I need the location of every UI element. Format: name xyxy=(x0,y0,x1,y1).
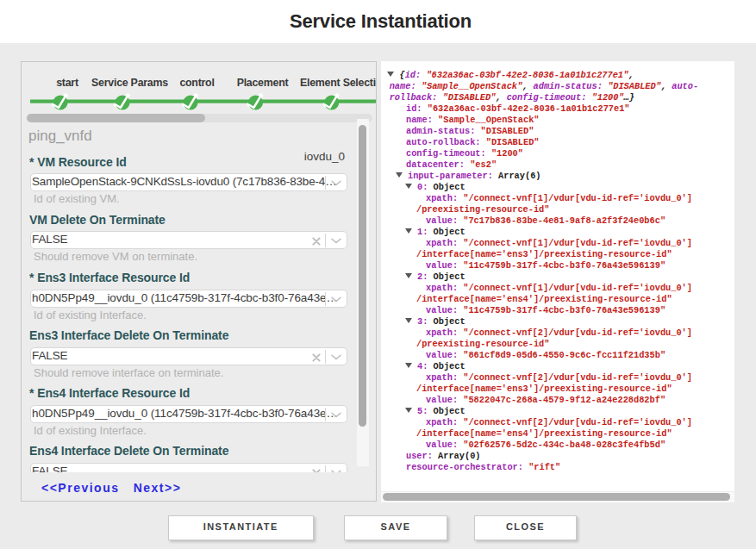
svg-text:Placement: Placement xyxy=(237,77,289,89)
svg-text:Service Params: Service Params xyxy=(91,77,168,89)
svg-text:start: start xyxy=(56,77,78,89)
svg-text:Element Selection: Element Selection xyxy=(300,77,376,89)
svg-text:control: control xyxy=(179,77,214,89)
